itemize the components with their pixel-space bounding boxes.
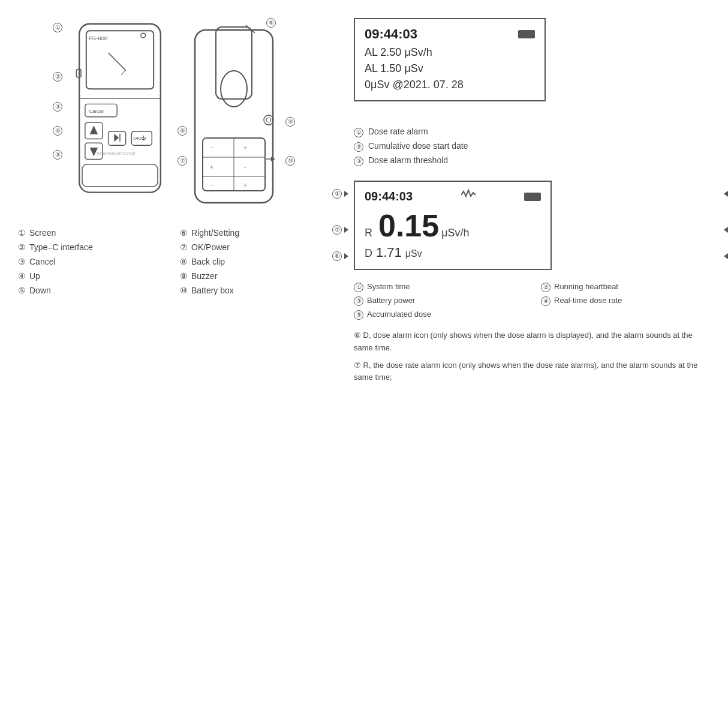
svg-text:+: +	[210, 164, 213, 170]
alarm-time: 09:44:03	[365, 26, 417, 42]
svg-point-3	[141, 33, 146, 38]
alarm-row1: AL 2.50 μSv/h	[365, 44, 535, 61]
right-section: ① ② ③ 09:44:03 AL 2.50 μSv/h AL 1.50 μSv…	[354, 18, 710, 389]
feature-label-5: Down	[29, 286, 51, 295]
ms-desc-6: ⑥ D, dose alarm icon (only shows when th…	[354, 329, 710, 355]
feature-label-4: Up	[29, 271, 40, 281]
svg-line-23	[246, 25, 255, 33]
svg-text:Cancel: Cancel	[89, 109, 104, 114]
alarm-time-row: 09:44:03	[365, 26, 535, 42]
svg-text:+: +	[243, 182, 247, 188]
feature-item-4: ④ Up	[18, 271, 168, 281]
ms-accum-row: D 1.71 μSv	[365, 245, 541, 260]
alarm-ann-text-3: Dose alarm threshold	[368, 155, 448, 165]
ms-legend-text-4: Real-time dose rate	[554, 296, 622, 305]
feature-num-1: ①	[18, 228, 26, 238]
svg-marker-5	[121, 65, 126, 75]
feature-num-5: ⑤	[18, 286, 26, 295]
feature-item-3: ③ Cancel	[18, 257, 168, 266]
heart-icon	[460, 188, 477, 205]
svg-marker-11	[90, 125, 98, 134]
feature-item-9: ⑨ Buzzer	[180, 271, 330, 281]
svg-text:RADIATION DETECTOR: RADIATION DETECTOR	[97, 152, 136, 155]
ms-legend-num-2: ②	[541, 283, 550, 292]
feature-item-7: ⑦ OK/Power	[180, 242, 330, 252]
ms-dose-unit: μSv/h	[441, 227, 469, 239]
callout-10: ⑩	[285, 156, 295, 166]
alarm-screen-wrapper: ① ② ③ 09:44:03 AL 2.50 μSv/h AL 1.50 μSv…	[354, 18, 710, 109]
callout-1: ①	[53, 23, 62, 32]
ms-legend-text-2: Running heartbeat	[554, 282, 618, 291]
callout-8: ⑧	[266, 18, 276, 28]
ms-r-label: R	[365, 227, 372, 239]
callout-5: ⑤	[53, 150, 62, 160]
ms-callout-1-left: ①	[332, 189, 348, 199]
feature-item-5: ⑤ Down	[18, 286, 168, 295]
alarm-ann-3: ③ Dose alarm threshold	[354, 155, 710, 166]
feature-label-9: Buzzer	[191, 271, 218, 281]
alarm-ann-num-3: ③	[354, 157, 363, 166]
ms-legend-5: ⑤ Accumulated dose	[354, 310, 710, 320]
alarm-ann-num-2: ②	[354, 142, 363, 152]
back-device-svg: − + + − − +	[186, 24, 282, 210]
ms-legend-text-3: Battery power	[367, 296, 415, 305]
main-screen-wrapper: ① ⑦ ⑥ ② ③ ④	[354, 181, 710, 270]
left-section: ① ② ③ ④ ⑤ ⑥ ⑦ FS-600	[18, 18, 330, 389]
svg-text:−: −	[210, 182, 213, 188]
ms-legend-text-1: System time	[367, 282, 410, 291]
front-device-svg: FS-600 Cancel	[66, 18, 174, 204]
feature-num-6: ⑥	[180, 228, 188, 238]
feature-label-6: Right/Setting	[191, 228, 239, 238]
svg-text:+: +	[243, 145, 247, 151]
svg-point-26	[266, 118, 271, 122]
feature-label-1: Screen	[29, 228, 56, 238]
ms-callout-3-right: ③	[724, 189, 728, 199]
feature-num-8: ⑧	[180, 257, 188, 266]
ms-top-row: 09:44:03	[365, 188, 541, 205]
svg-text:OK/⏻: OK/⏻	[133, 136, 146, 141]
alarm-ann-num-1: ①	[354, 128, 363, 137]
ms-accum-value: 1.71	[376, 245, 402, 260]
alarm-row2: AL 1.50 μSv	[365, 61, 535, 77]
feature-label-8: Back clip	[191, 257, 225, 266]
ms-callout-6-left: ⑥	[332, 251, 348, 261]
ms-desc-7: ⑦ R, the dose rate alarm icon (only show…	[354, 359, 710, 385]
svg-text:−: −	[210, 145, 213, 151]
alarm-ann-2: ② Cumulative dose start date	[354, 141, 710, 152]
ms-legend-1: ① System time	[354, 282, 523, 292]
ms-d-label: D	[365, 247, 372, 260]
feature-num-10: ⑩	[180, 286, 188, 295]
alarm-ann-text-2: Cumulative dose start date	[368, 141, 468, 151]
alarm-row3: 0μSv @2021. 07. 28	[365, 77, 535, 93]
ms-legend-num-5: ⑤	[354, 310, 363, 320]
ms-legend-num-4: ④	[541, 296, 550, 306]
ms-callout-7-left: ⑦	[332, 225, 348, 235]
ms-dose-rate-row: R 0.15 μSv/h	[365, 210, 541, 241]
svg-rect-20	[82, 164, 158, 187]
feature-label-7: OK/Power	[191, 242, 230, 252]
feature-item-1: ① Screen	[18, 228, 168, 238]
svg-text:FS-600: FS-600	[89, 35, 108, 41]
feature-num-9: ⑨	[180, 271, 188, 281]
feature-label-3: Cancel	[29, 257, 56, 266]
svg-marker-15	[114, 134, 119, 142]
alarm-ann-1: ① Dose rate alarm	[354, 127, 710, 137]
ms-accum-unit: μSv	[405, 248, 422, 259]
ms-legend-4: ④ Real-time dose rate	[541, 296, 710, 306]
ms-time: 09:44:03	[365, 190, 413, 203]
alarm-battery-icon	[518, 30, 535, 38]
feature-num-4: ④	[18, 271, 26, 281]
alarm-annotations: ① Dose rate alarm ② Cumulative dose star…	[354, 127, 710, 166]
feature-item-10: ⑩ Battery box	[180, 286, 330, 295]
feature-label-10: Battery box	[191, 286, 234, 295]
alarm-ann-text-1: Dose rate alarm	[368, 127, 428, 136]
ms-callout-4-right: ④	[724, 225, 728, 235]
ms-legend-3: ③ Battery power	[354, 296, 523, 306]
feature-item-6: ⑥ Right/Setting	[180, 228, 330, 238]
feature-num-3: ③	[18, 257, 26, 266]
feature-item-2: ② Type–C interface	[18, 242, 168, 252]
feature-num-2: ②	[18, 242, 26, 252]
feature-item-8: ⑧ Back clip	[180, 257, 330, 266]
ms-legend-num-1: ①	[354, 283, 363, 292]
ms-callout-5-right: ⑤	[724, 251, 728, 261]
